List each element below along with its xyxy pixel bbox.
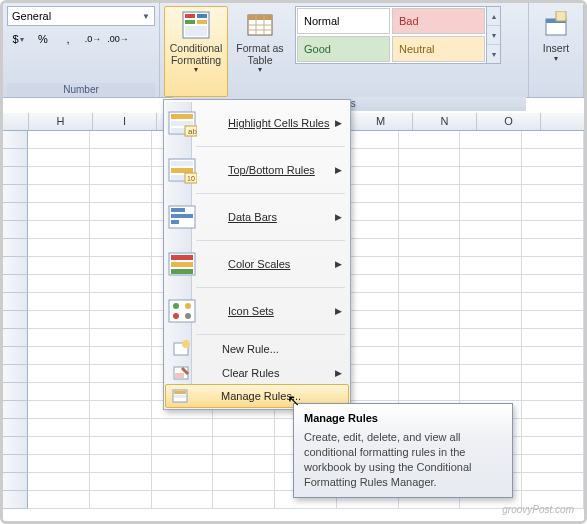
cell[interactable] <box>399 167 461 185</box>
cell[interactable] <box>213 437 275 455</box>
cell[interactable] <box>399 203 461 221</box>
cell[interactable] <box>90 185 152 203</box>
number-format-select[interactable]: General ▼ <box>7 6 155 26</box>
cell[interactable] <box>28 239 90 257</box>
cell[interactable] <box>460 149 522 167</box>
cell[interactable] <box>90 473 152 491</box>
cell[interactable] <box>152 437 214 455</box>
cell[interactable] <box>152 455 214 473</box>
cell[interactable] <box>90 167 152 185</box>
row-header[interactable] <box>3 419 28 437</box>
cell[interactable] <box>399 311 461 329</box>
cell[interactable] <box>522 293 584 311</box>
cell[interactable] <box>90 257 152 275</box>
style-neutral[interactable]: Neutral <box>392 36 485 62</box>
cell[interactable] <box>90 221 152 239</box>
percent-button[interactable]: % <box>32 29 54 49</box>
menu-highlight-cells-rules[interactable]: ab Highlight Cells Rules ▶ <box>166 102 348 144</box>
row-header[interactable] <box>3 401 28 419</box>
menu-icon-sets[interactable]: Icon Sets ▶ <box>166 290 348 332</box>
menu-data-bars[interactable]: Data Bars ▶ <box>166 196 348 238</box>
cell[interactable] <box>399 383 461 401</box>
cell[interactable] <box>522 365 584 383</box>
cell[interactable] <box>460 275 522 293</box>
cell[interactable] <box>90 347 152 365</box>
row-header[interactable] <box>3 167 28 185</box>
cell[interactable] <box>90 131 152 149</box>
cell[interactable] <box>28 473 90 491</box>
row-header[interactable] <box>3 473 28 491</box>
row-header[interactable] <box>3 329 28 347</box>
menu-new-rule[interactable]: New Rule... <box>166 337 348 361</box>
menu-clear-rules[interactable]: Clear Rules ▶ <box>166 361 348 385</box>
cell[interactable] <box>460 329 522 347</box>
row-header[interactable] <box>3 131 28 149</box>
cell[interactable] <box>460 365 522 383</box>
menu-top-bottom-rules[interactable]: 10 Top/Bottom Rules ▶ <box>166 149 348 191</box>
row-header[interactable] <box>3 149 28 167</box>
cell[interactable] <box>152 419 214 437</box>
cell[interactable] <box>90 329 152 347</box>
cell[interactable] <box>213 491 275 509</box>
cell[interactable] <box>399 257 461 275</box>
cell[interactable] <box>28 257 90 275</box>
col-header[interactable]: M <box>349 113 413 130</box>
cell[interactable] <box>522 275 584 293</box>
insert-button[interactable]: Insert ▾ <box>533 6 579 97</box>
row-header[interactable] <box>3 347 28 365</box>
cell[interactable] <box>28 365 90 383</box>
cell[interactable] <box>522 419 584 437</box>
cell[interactable] <box>522 455 584 473</box>
cell[interactable] <box>522 167 584 185</box>
cell[interactable] <box>399 347 461 365</box>
cell[interactable] <box>460 293 522 311</box>
row-header[interactable] <box>3 275 28 293</box>
cell[interactable] <box>28 419 90 437</box>
cell[interactable] <box>399 239 461 257</box>
row-header[interactable] <box>3 491 28 509</box>
row-header[interactable] <box>3 239 28 257</box>
format-as-table-button[interactable]: Format as Table ▾ <box>228 6 292 97</box>
row-header[interactable] <box>3 383 28 401</box>
gallery-scroll[interactable]: ▴ ▾ ▾ <box>487 6 501 64</box>
cell[interactable] <box>90 149 152 167</box>
col-header[interactable]: I <box>93 113 157 130</box>
cell[interactable] <box>399 131 461 149</box>
cell[interactable] <box>213 473 275 491</box>
row-header[interactable] <box>3 293 28 311</box>
cell[interactable] <box>28 491 90 509</box>
cell[interactable] <box>90 437 152 455</box>
cell[interactable] <box>522 329 584 347</box>
cell[interactable] <box>28 131 90 149</box>
cell[interactable] <box>28 293 90 311</box>
cell[interactable] <box>28 185 90 203</box>
row-header[interactable] <box>3 257 28 275</box>
row-header[interactable] <box>3 185 28 203</box>
cell[interactable] <box>522 239 584 257</box>
row-header[interactable] <box>3 221 28 239</box>
comma-button[interactable]: , <box>57 29 79 49</box>
cell[interactable] <box>90 365 152 383</box>
row-header[interactable] <box>3 437 28 455</box>
col-header[interactable]: O <box>477 113 541 130</box>
cell[interactable] <box>460 311 522 329</box>
cell[interactable] <box>460 167 522 185</box>
row-header[interactable] <box>3 203 28 221</box>
cell[interactable] <box>90 311 152 329</box>
cell-styles-gallery[interactable]: Normal Bad Good Neutral <box>295 6 487 64</box>
cell[interactable] <box>522 473 584 491</box>
cell[interactable] <box>90 455 152 473</box>
cell[interactable] <box>460 383 522 401</box>
cell[interactable] <box>90 293 152 311</box>
style-good[interactable]: Good <box>297 36 390 62</box>
cell[interactable] <box>522 185 584 203</box>
decrease-decimal-button[interactable]: .00→ <box>107 29 129 49</box>
cell[interactable] <box>90 203 152 221</box>
cell[interactable] <box>522 437 584 455</box>
col-header[interactable]: N <box>413 113 477 130</box>
cell[interactable] <box>90 239 152 257</box>
gallery-more-icon[interactable]: ▾ <box>487 45 500 63</box>
cell[interactable] <box>90 491 152 509</box>
cell[interactable] <box>522 131 584 149</box>
cell[interactable] <box>399 275 461 293</box>
